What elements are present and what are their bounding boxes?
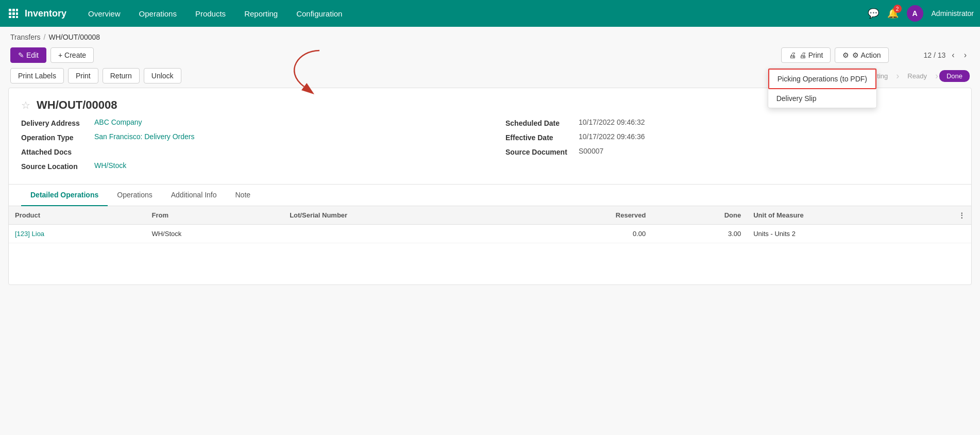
tab-note[interactable]: Note bbox=[226, 185, 260, 206]
scheduled-date-field: Scheduled Date 10/17/2022 09:46:32 bbox=[505, 118, 959, 127]
cell-done: 3.00 bbox=[652, 225, 747, 243]
svg-rect-5 bbox=[16, 12, 18, 15]
tabs-bar: Detailed Operations Operations Additiona… bbox=[9, 184, 971, 206]
unlock-button[interactable]: Unlock bbox=[144, 68, 181, 83]
navbar: Inventory Overview Operations Products R… bbox=[0, 0, 980, 27]
nav-item-operations[interactable]: Operations bbox=[130, 0, 186, 27]
username-label[interactable]: Administrator bbox=[932, 9, 974, 18]
attached-docs-field: Attached Docs bbox=[21, 147, 475, 156]
breadcrumb-separator: / bbox=[44, 33, 46, 41]
source-location-value[interactable]: WH/Stock bbox=[94, 161, 126, 170]
print-icon: 🖨 bbox=[789, 51, 796, 59]
pagination-next-button[interactable]: › bbox=[961, 49, 970, 61]
breadcrumb-parent[interactable]: Transfers bbox=[10, 33, 41, 41]
svg-rect-3 bbox=[9, 12, 11, 15]
form-left-col: Delivery Address ABC Company Operation T… bbox=[21, 118, 475, 176]
tab-additional-info[interactable]: Additional Info bbox=[162, 185, 226, 206]
tab-operations[interactable]: Operations bbox=[108, 185, 161, 206]
avatar[interactable]: A bbox=[907, 5, 923, 22]
breadcrumb: Transfers / WH/OUT/00008 bbox=[0, 27, 980, 45]
navbar-nav: Overview Operations Products Reporting C… bbox=[79, 0, 868, 27]
pagination-prev-button[interactable]: ‹ bbox=[949, 49, 957, 61]
main-card: ☆ WH/OUT/00008 Delivery Address ABC Comp… bbox=[8, 88, 972, 285]
print-button-2[interactable]: Print bbox=[68, 68, 98, 83]
source-document-label: Source Document bbox=[505, 147, 572, 156]
col-header-menu: ⋮ bbox=[952, 206, 971, 225]
nav-item-reporting[interactable]: Reporting bbox=[235, 0, 287, 27]
favorite-star-icon[interactable]: ☆ bbox=[21, 99, 30, 111]
delivery-address-label: Delivery Address bbox=[21, 118, 88, 127]
action-button[interactable]: ⚙ ⚙ Action bbox=[835, 47, 888, 63]
delivery-address-value[interactable]: ABC Company bbox=[94, 118, 142, 126]
svg-rect-0 bbox=[9, 9, 11, 11]
notification-badge: 2 bbox=[893, 5, 902, 13]
table-container: Product From Lot/Serial Number Reserved … bbox=[9, 206, 971, 243]
scheduled-date-label: Scheduled Date bbox=[505, 118, 572, 127]
form-section: Delivery Address ABC Company Operation T… bbox=[9, 118, 971, 184]
nav-item-overview[interactable]: Overview bbox=[79, 0, 130, 27]
col-header-reserved: Reserved bbox=[513, 206, 652, 225]
status-step-ready: Ready bbox=[900, 70, 934, 82]
col-header-from: From bbox=[145, 206, 283, 225]
record-title: WH/OUT/00008 bbox=[37, 98, 117, 112]
dropdown-item-delivery-slip[interactable]: Delivery Slip bbox=[768, 89, 876, 108]
cell-unit-of-measure: Units - Units 2 bbox=[747, 225, 952, 243]
sub-action-bar: Print Labels Print Return Unlock bbox=[10, 68, 181, 83]
edit-button[interactable]: ✎ Edit bbox=[10, 47, 46, 63]
svg-rect-4 bbox=[12, 12, 15, 15]
navbar-brand: Inventory bbox=[25, 8, 66, 19]
activity-icon-btn[interactable]: 🔔 2 bbox=[887, 8, 899, 19]
table-row: [123] Lioa WH/Stock 0.00 3.00 Units - Un… bbox=[9, 225, 971, 243]
cell-from: WH/Stock bbox=[145, 225, 283, 243]
step-arrow-2: › bbox=[896, 71, 899, 81]
navbar-right: 💬 🔔 2 A Administrator bbox=[868, 5, 974, 22]
col-header-unit-of-measure: Unit of Measure bbox=[747, 206, 952, 225]
operation-type-field: Operation Type San Francisco: Delivery O… bbox=[21, 132, 475, 142]
nav-item-configuration[interactable]: Configuration bbox=[287, 0, 351, 27]
cell-product[interactable]: [123] Lioa bbox=[9, 225, 145, 243]
effective-date-field: Effective Date 10/17/2022 09:46:36 bbox=[505, 132, 959, 142]
cell-menu bbox=[952, 225, 971, 243]
svg-rect-7 bbox=[12, 16, 15, 18]
svg-rect-2 bbox=[16, 9, 18, 11]
pagination-info: 12 / 13 bbox=[924, 51, 946, 59]
tab-detailed-operations[interactable]: Detailed Operations bbox=[21, 185, 108, 206]
dropdown-item-picking-operations[interactable]: Picking Operations (to PDF) bbox=[768, 69, 876, 89]
attached-docs-label: Attached Docs bbox=[21, 147, 88, 156]
svg-rect-6 bbox=[9, 16, 11, 18]
step-arrow-3: › bbox=[935, 71, 938, 81]
operation-type-value[interactable]: San Francisco: Delivery Orders bbox=[94, 132, 195, 141]
col-header-lot-serial: Lot/Serial Number bbox=[283, 206, 513, 225]
print-button[interactable]: 🖨 🖨 Print bbox=[781, 47, 831, 63]
svg-rect-8 bbox=[16, 16, 18, 18]
nav-item-products[interactable]: Products bbox=[186, 0, 235, 27]
operation-type-label: Operation Type bbox=[21, 132, 88, 142]
chat-icon-btn[interactable]: 💬 bbox=[868, 8, 879, 19]
source-document-value: S00007 bbox=[579, 147, 603, 155]
col-header-product: Product bbox=[9, 206, 145, 225]
source-location-label: Source Location bbox=[21, 161, 88, 171]
grid-icon[interactable] bbox=[6, 6, 21, 21]
scheduled-date-value: 10/17/2022 09:46:32 bbox=[579, 118, 645, 126]
source-location-field: Source Location WH/Stock bbox=[21, 161, 475, 171]
print-dropdown-menu: Picking Operations (to PDF) Delivery Sli… bbox=[768, 68, 877, 108]
status-step-done: Done bbox=[939, 70, 970, 82]
col-header-done: Done bbox=[652, 206, 747, 225]
breadcrumb-current: WH/OUT/00008 bbox=[49, 33, 100, 41]
effective-date-label: Effective Date bbox=[505, 132, 572, 142]
svg-rect-1 bbox=[12, 9, 15, 11]
print-labels-button[interactable]: Print Labels bbox=[10, 68, 64, 83]
action-gear-icon: ⚙ bbox=[842, 51, 849, 59]
cell-lot-serial bbox=[283, 225, 513, 243]
cell-reserved: 0.00 bbox=[513, 225, 652, 243]
create-button[interactable]: + Create bbox=[50, 47, 94, 63]
return-button[interactable]: Return bbox=[103, 68, 140, 83]
operations-table: Product From Lot/Serial Number Reserved … bbox=[9, 206, 971, 243]
source-document-field: Source Document S00007 bbox=[505, 147, 959, 156]
card-footer-space bbox=[9, 243, 971, 285]
effective-date-value: 10/17/2022 09:46:36 bbox=[579, 132, 645, 141]
form-right-col: Scheduled Date 10/17/2022 09:46:32 Effec… bbox=[505, 118, 959, 176]
action-bar: ✎ Edit + Create 🖨 🖨 Print ⚙ ⚙ Action Pic… bbox=[0, 45, 980, 68]
delivery-address-field: Delivery Address ABC Company bbox=[21, 118, 475, 127]
